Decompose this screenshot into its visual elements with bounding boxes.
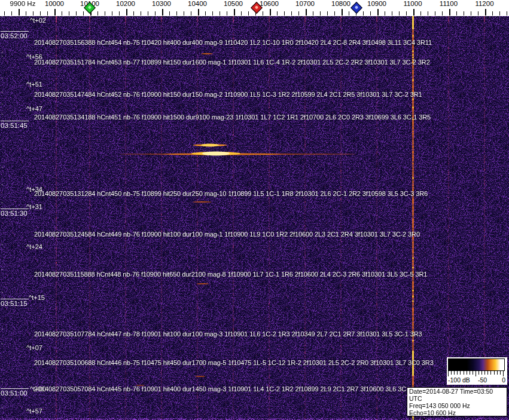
freq-label: 10800: [331, 0, 350, 7]
freq-tick: [11, 11, 12, 16]
freq-tick: [420, 11, 421, 16]
freq-tick: [205, 11, 206, 16]
green-diamond-marker-core: [87, 5, 92, 10]
freq-tick: [198, 9, 199, 16]
freq-tick: [464, 11, 464, 16]
freq-tick: [270, 9, 271, 16]
freq-label: 10600: [260, 0, 279, 7]
db-tick: [457, 371, 458, 375]
freq-tick: [155, 11, 156, 16]
freq-label: 10400: [188, 0, 207, 7]
freq-tick: [40, 11, 41, 16]
time-minor-mark: `: [1, 186, 3, 189]
db-tick: [476, 371, 476, 376]
freq-tick: [413, 9, 414, 16]
detection-log-line: 20140827035147484 hCnt452 nb-76 f10900 h…: [34, 91, 422, 98]
time-minor-mark: `: [1, 105, 3, 109]
freq-tick: [327, 11, 328, 16]
freq-label: 11000: [403, 0, 422, 7]
freq-tick: [507, 11, 507, 16]
freq-tick: [399, 11, 400, 16]
freq-tick: [248, 11, 249, 16]
db-tick: [503, 371, 504, 376]
freq-tick: [342, 9, 343, 16]
time-minor-mark: `: [1, 18, 3, 22]
freq-tick: [184, 11, 184, 16]
freq-label: 10900: [367, 0, 386, 7]
time-minor-mark: `: [1, 383, 3, 387]
freq-tick: [435, 11, 435, 16]
freq-tick: [456, 11, 457, 16]
freq-tick: [284, 11, 285, 16]
db-tick: [484, 371, 485, 375]
freq-tick: [363, 11, 364, 16]
freq-tick: [83, 11, 84, 16]
freq-tick: [320, 11, 321, 16]
status-info-box: Date=2014-08-27 Time=03:50 UTC Freq=143 …: [407, 387, 507, 416]
db-tick: [470, 371, 470, 375]
freq-tick: [349, 11, 349, 16]
freq-label: 10000: [45, 0, 64, 7]
freq-tick: [478, 11, 478, 16]
freq-tick: [169, 11, 170, 16]
freq-tick: [277, 11, 278, 16]
time-minor-mark: `: [1, 345, 3, 348]
db-tick: [497, 371, 498, 375]
time-label: 03:51:30: [1, 209, 29, 217]
time-minor-mark: `: [1, 79, 3, 83]
freq-tick: [148, 11, 148, 16]
freq-tick: [471, 11, 471, 16]
freq-tick: [112, 11, 112, 16]
time-minor-mark: `: [1, 293, 3, 297]
freq-tick: [263, 11, 263, 16]
time-offset-marker: ^t+56: [26, 53, 42, 60]
detection-log-line: 20140827035100688 hCnt446 nb-75 f10475 h…: [34, 359, 434, 366]
freq-tick: [499, 11, 500, 16]
time-minor-mark: `: [1, 271, 3, 274]
db-tick: [487, 371, 488, 375]
db-tick: [464, 371, 464, 375]
db-tick: [473, 371, 473, 375]
time-minor-mark: `: [1, 246, 3, 249]
freq-tick: [291, 11, 292, 16]
freq-tick: [241, 11, 242, 16]
blue-diamond-marker[interactable]: [350, 2, 362, 14]
info-echo-line: Echo=10 600 Hz: [409, 409, 507, 416]
freq-tick: [4, 11, 5, 16]
freq-tick: [442, 11, 443, 16]
time-minor-mark: `: [1, 115, 3, 119]
db-tick: [490, 371, 491, 375]
freq-tick: [105, 11, 105, 16]
time-label: 03:51:15: [1, 299, 29, 307]
freq-tick: [76, 11, 77, 16]
time-offset-marker: ^t+47: [26, 105, 42, 112]
time-minor-mark: `: [1, 409, 3, 412]
freq-tick: [227, 11, 227, 16]
freq-tick: [220, 11, 220, 16]
time-minor-mark: `: [1, 38, 3, 42]
freq-tick: [26, 11, 26, 16]
freq-tick: [126, 9, 127, 16]
freq-tick: [370, 11, 371, 16]
db-tick: [478, 371, 479, 375]
freq-tick: [392, 11, 392, 16]
freq-tick: [306, 9, 307, 16]
db-scale-ticks: [448, 371, 505, 376]
db-tick: [448, 371, 449, 376]
db-color-scale: -100 dB -50 0: [447, 357, 507, 385]
freq-tick: [313, 11, 313, 16]
freq-tick: [492, 11, 493, 16]
freq-tick: [97, 11, 98, 16]
time-offset-marker: ^t+24: [26, 243, 42, 250]
freq-tick: [119, 11, 120, 16]
freq-tick: [485, 9, 486, 16]
detection-log-line: 20140827035134188 hCnt451 nb-76 f10900 h…: [34, 114, 431, 121]
frequency-ruler: 9900 Hz100001010010200103001040010500106…: [0, 0, 509, 16]
freq-tick: [212, 11, 213, 16]
db-label-mid: -50: [478, 376, 487, 384]
db-label-max: 0: [502, 376, 505, 384]
detection-log-line: 20140827035131284 hCnt450 nb-75 f10899 h…: [34, 190, 428, 197]
db-tick: [467, 371, 467, 375]
db-gradient-bar: [448, 358, 505, 371]
red-diamond-marker-core: [254, 5, 258, 10]
